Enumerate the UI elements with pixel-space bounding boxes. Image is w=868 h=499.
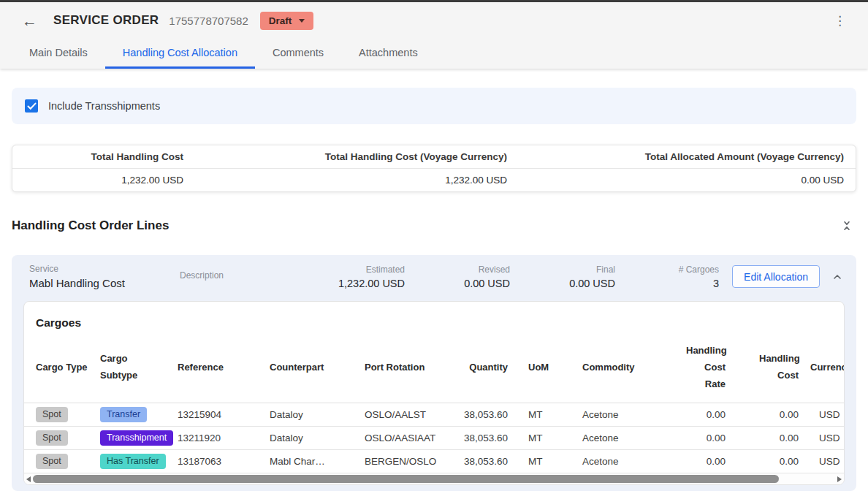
quantity-cell: 38,053.60 (452, 427, 519, 450)
reference-cell: 13215904 (178, 403, 270, 427)
description-field: Description (180, 270, 297, 283)
total-allocated-amount-header: Total Allocated Amount (Voyage Currency) (519, 145, 856, 168)
col-cargo-type: Cargo Type (24, 332, 100, 403)
scrollbar-thumb[interactable] (33, 475, 779, 483)
main-content: Include Transshipments Total Handling Co… (0, 88, 868, 491)
commodity-cell: Acetone (574, 427, 660, 450)
tab-main-details[interactable]: Main Details (12, 39, 105, 69)
col-handling-cost-rate-label: Handling Cost Rate (686, 343, 726, 392)
status-badge[interactable]: Draft (260, 12, 314, 30)
final-field: Final 0.00 USD (510, 264, 615, 289)
total-handling-cost-voyage-value: 1,232.00 USD (195, 169, 519, 191)
tab-bar: Main Details Handling Cost Allocation Co… (0, 39, 868, 69)
collapse-all-icon[interactable] (840, 219, 853, 232)
back-arrow-icon[interactable]: ← (22, 13, 37, 28)
handling-cost-rate-cell: 0.00 (660, 403, 737, 427)
estimated-value: 1,232.00 USD (297, 278, 405, 289)
revised-label: Revised (405, 264, 510, 275)
col-reference: Reference (178, 332, 270, 403)
scroll-left-icon[interactable] (26, 476, 31, 482)
col-uom: UoM (519, 332, 574, 403)
counterpart-cell: Dataloy (270, 403, 365, 427)
col-handling-cost: Handling Cost (737, 332, 810, 403)
currency-cell: USD (810, 427, 844, 450)
cargo-subtype-pill: Transshipment (100, 430, 173, 446)
estimated-field: Estimated 1,232.00 USD (297, 264, 405, 289)
order-number: 1755778707582 (169, 15, 248, 27)
uom-cell: MT (519, 403, 574, 427)
revised-value: 0.00 USD (405, 278, 510, 289)
currency-cell: USD (810, 403, 844, 427)
quantity-cell: 38,053.60 (452, 403, 519, 427)
estimated-label: Estimated (297, 264, 405, 275)
service-order-line-card: Service Mabl Handling Cost Description E… (12, 255, 856, 491)
uom-cell: MT (519, 427, 574, 450)
col-commodity: Commodity (574, 332, 660, 403)
col-port-rotation: Port Rotation (365, 332, 452, 403)
total-handling-cost-voyage-header: Total Handling Cost (Voyage Currency) (195, 145, 519, 168)
cargo-subtype-pill: Transfer (100, 407, 147, 422)
cargoes-card: Cargoes Cargo Type Cargo Subtype (23, 301, 845, 485)
caret-down-icon (299, 19, 305, 23)
include-transshipments-bar: Include Transshipments (12, 88, 856, 124)
cargoes-table-wrap: Cargo Type Cargo Subtype Reference Count… (24, 332, 844, 473)
handling-cost-cell: 0.00 (737, 403, 810, 427)
counterpart-cell: Dataloy (270, 427, 365, 450)
final-label: Final (510, 264, 615, 275)
cargo-type-cell: Spot (24, 427, 100, 450)
port-rotation-cell: OSLO/AALST (365, 403, 452, 427)
edit-allocation-button[interactable]: Edit Allocation (732, 265, 820, 288)
reference-cell: 13187063 (178, 450, 270, 473)
cargo-subtype-cell: Transfer (100, 403, 178, 427)
totals-header-row: Total Handling Cost Total Handling Cost … (12, 145, 856, 169)
counterpart-cell: Mabl Char… (270, 450, 365, 473)
status-label: Draft (269, 15, 292, 26)
tab-attachments[interactable]: Attachments (341, 39, 435, 69)
commodity-cell: Acetone (574, 403, 660, 427)
cargo-type-cell: Spot (24, 450, 100, 473)
port-rotation-cell: OSLO/AASIAAT (365, 427, 452, 450)
col-handling-cost-label: Handling Cost (759, 351, 799, 384)
col-counterpart: Counterpart (270, 332, 365, 403)
scrollbar-track[interactable] (33, 475, 835, 483)
cargo-count-field: # Cargoes 3 (615, 264, 719, 289)
total-handling-cost-value: 1,232.00 USD (12, 169, 195, 191)
chevron-up-icon[interactable] (830, 270, 845, 284)
col-cargo-subtype: Cargo Subtype (100, 332, 178, 403)
totals-values-row: 1,232.00 USD 1,232.00 USD 0.00 USD (12, 169, 856, 191)
page-title: SERVICE ORDER (53, 13, 159, 28)
cargo-subtype-pill: Has Transfer (100, 454, 166, 469)
cargo-row-3: Spot Has Transfer 13187063 Mabl Char… BE… (24, 450, 844, 473)
tab-handling-cost-allocation[interactable]: Handling Cost Allocation (105, 39, 255, 69)
cargoes-title: Cargoes (24, 302, 844, 332)
cargo-type-pill: Spot (36, 407, 68, 422)
service-value: Mabl Handling Cost (29, 277, 168, 289)
header-row: ← SERVICE ORDER 1755778707582 Draft ⋮ (0, 2, 868, 39)
description-label: Description (180, 270, 297, 281)
currency-cell: USD (810, 450, 844, 473)
app-header: ← SERVICE ORDER 1755778707582 Draft ⋮ Ma… (0, 2, 868, 69)
horizontal-scrollbar[interactable] (24, 473, 844, 484)
cargo-row-2: Spot Transshipment 13211920 Dataloy OSLO… (24, 427, 844, 450)
total-handling-cost-header: Total Handling Cost (12, 145, 195, 168)
cargo-type-pill: Spot (36, 454, 68, 469)
include-transshipments-checkbox[interactable] (25, 99, 38, 113)
cargoes-header-row: Cargo Type Cargo Subtype Reference Count… (24, 332, 844, 403)
col-handling-cost-rate: Handling Cost Rate (660, 332, 737, 403)
port-rotation-cell: BERGEN/OSLO (365, 450, 452, 473)
service-label: Service (29, 264, 168, 274)
kebab-menu-icon[interactable]: ⋮ (829, 12, 850, 30)
service-line-header: Service Mabl Handling Cost Description E… (12, 255, 856, 294)
checkmark-icon (27, 102, 37, 110)
cargo-count-label: # Cargoes (615, 264, 719, 275)
col-quantity: Quantity (452, 332, 519, 403)
cargo-subtype-cell: Has Transfer (100, 450, 178, 473)
order-lines-section-title: Handling Cost Order Lines (12, 218, 169, 233)
cargo-subtype-cell: Transshipment (100, 427, 178, 450)
final-value: 0.00 USD (510, 278, 615, 289)
totals-card: Total Handling Cost Total Handling Cost … (12, 145, 856, 192)
tab-comments[interactable]: Comments (255, 39, 341, 69)
reference-cell: 13211920 (178, 427, 270, 450)
include-transshipments-label: Include Transshipments (48, 100, 160, 112)
scroll-right-icon[interactable] (837, 476, 842, 482)
